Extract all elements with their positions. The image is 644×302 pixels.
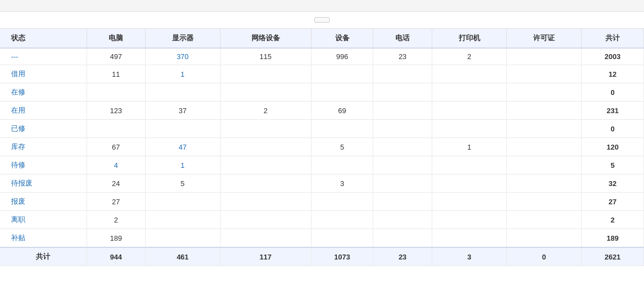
table-cell[interactable]: 0	[582, 83, 644, 102]
table-cell	[373, 229, 432, 248]
table-cell	[507, 65, 582, 83]
table-cell[interactable]: 996	[311, 48, 373, 65]
table-cell[interactable]: 4	[87, 156, 145, 174]
table-cell[interactable]: 115	[220, 48, 311, 65]
table-row: 待报废245332	[0, 174, 644, 193]
table-cell	[220, 193, 311, 211]
table-cell	[507, 229, 582, 248]
table-cell[interactable]: 23	[373, 48, 432, 65]
col-header-device: 设备	[311, 29, 373, 48]
table-cell	[311, 229, 373, 248]
table-row: 待修415	[0, 156, 644, 174]
footer-monitor: 461	[145, 247, 220, 266]
table-cell[interactable]: 2	[432, 48, 507, 65]
table-cell[interactable]: 189	[582, 229, 644, 248]
table-cell[interactable]: 待修	[0, 156, 87, 174]
table-cell	[311, 65, 373, 83]
table-cell	[507, 174, 582, 193]
table-cell	[432, 193, 507, 211]
table-cell[interactable]: 5	[582, 156, 644, 174]
table-cell	[432, 83, 507, 102]
table-cell	[373, 83, 432, 102]
footer-phone: 23	[373, 247, 432, 266]
col-header-phone: 电话	[373, 29, 432, 48]
table-cell[interactable]: 2003	[582, 48, 644, 65]
table-cell[interactable]: 1	[145, 65, 220, 83]
table-cell[interactable]: 120	[582, 138, 644, 156]
table-cell	[145, 120, 220, 138]
filter-bar	[0, 12, 644, 29]
table-cell[interactable]: 在修	[0, 83, 87, 102]
table-cell[interactable]: 2	[582, 211, 644, 229]
table-cell[interactable]: 370	[145, 48, 220, 65]
table-cell[interactable]: 231	[582, 102, 644, 120]
table-cell[interactable]: 补贴	[0, 229, 87, 248]
table-cell[interactable]: 11	[87, 65, 145, 83]
footer-total: 2621	[582, 247, 644, 266]
table-cell[interactable]: 27	[582, 193, 644, 211]
status-dropdown[interactable]	[314, 17, 330, 23]
table-cell	[373, 102, 432, 120]
table-cell[interactable]: 37	[145, 102, 220, 120]
table-cell	[373, 65, 432, 83]
table-cell	[220, 65, 311, 83]
table-cell[interactable]: 497	[87, 48, 145, 65]
table-cell[interactable]: 1	[432, 138, 507, 156]
table-cell[interactable]: 0	[582, 120, 644, 138]
table-cell[interactable]: ---	[0, 48, 87, 65]
table-cell[interactable]: 1	[145, 156, 220, 174]
table-cell	[87, 83, 145, 102]
table-cell	[432, 174, 507, 193]
table-cell	[432, 211, 507, 229]
table-cell	[373, 156, 432, 174]
table-row: 借用11112	[0, 65, 644, 83]
table-cell[interactable]: 123	[87, 102, 145, 120]
table-cell[interactable]: 5	[311, 138, 373, 156]
footer-label: 共计	[0, 247, 87, 266]
table-cell[interactable]: 2	[87, 211, 145, 229]
table-cell	[373, 174, 432, 193]
page-title-bar	[0, 0, 644, 12]
table-cell[interactable]: 69	[311, 102, 373, 120]
table-cell[interactable]: 报废	[0, 193, 87, 211]
table-cell	[311, 211, 373, 229]
report-table: 状态 电脑 显示器 网络设备 设备 电话 打印机 许可证 共计 ---49737…	[0, 29, 644, 266]
table-cell[interactable]: 67	[87, 138, 145, 156]
table-cell	[220, 138, 311, 156]
table-cell	[432, 65, 507, 83]
table-footer-row: 共计 944 461 117 1073 23 3 0 2621	[0, 247, 644, 266]
table-cell[interactable]: 待报废	[0, 174, 87, 193]
table-cell[interactable]: 12	[582, 65, 644, 83]
table-cell[interactable]: 已修	[0, 120, 87, 138]
table-cell[interactable]: 189	[87, 229, 145, 248]
table-cell	[507, 193, 582, 211]
table-cell	[220, 83, 311, 102]
table-cell[interactable]: 2	[220, 102, 311, 120]
table-cell[interactable]: 27	[87, 193, 145, 211]
table-cell	[220, 120, 311, 138]
col-header-total: 共计	[582, 29, 644, 48]
table-row: 库存674751120	[0, 138, 644, 156]
table-cell	[220, 211, 311, 229]
table-cell[interactable]: 3	[311, 174, 373, 193]
table-cell[interactable]: 离职	[0, 211, 87, 229]
table-cell	[432, 102, 507, 120]
page-wrapper: 状态 电脑 显示器 网络设备 设备 电话 打印机 许可证 共计 ---49737…	[0, 0, 644, 302]
table-cell[interactable]: 5	[145, 174, 220, 193]
table-cell[interactable]: 24	[87, 174, 145, 193]
table-cell[interactable]: 47	[145, 138, 220, 156]
table-row: 已修0	[0, 120, 644, 138]
table-row: 补贴189189	[0, 229, 644, 248]
table-cell	[220, 174, 311, 193]
col-header-printer: 打印机	[432, 29, 507, 48]
table-cell[interactable]: 32	[582, 174, 644, 193]
footer-printer: 3	[432, 247, 507, 266]
table-cell	[311, 193, 373, 211]
table-cell[interactable]: 库存	[0, 138, 87, 156]
table-cell[interactable]: 在用	[0, 102, 87, 120]
table-cell	[145, 83, 220, 102]
table-cell	[373, 120, 432, 138]
table-cell	[432, 229, 507, 248]
col-header-network: 网络设备	[220, 29, 311, 48]
table-cell[interactable]: 借用	[0, 65, 87, 83]
